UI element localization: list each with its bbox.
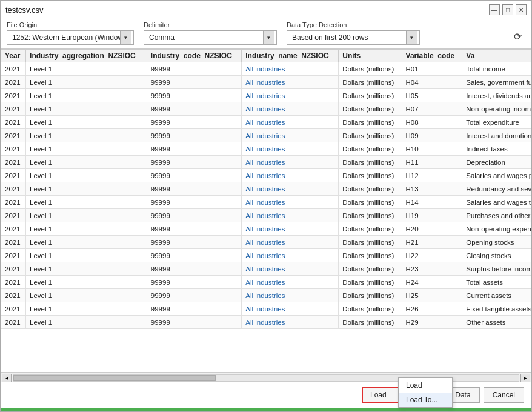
window-title: testcsv.csv xyxy=(5,5,44,15)
table-cell: All industries xyxy=(242,156,339,169)
cell-link[interactable]: All industries xyxy=(245,172,285,179)
load-dropdown-popup: Load Load To... xyxy=(398,377,453,408)
table-cell: H22 xyxy=(402,249,462,262)
table-cell: 99999 xyxy=(147,249,241,262)
cell-link[interactable]: All industries xyxy=(245,252,285,259)
table-cell: 99999 xyxy=(147,89,241,102)
cell-link[interactable]: All industries xyxy=(245,292,285,299)
file-origin-group: File Origin 1252: Western European (Wind… xyxy=(7,21,134,45)
data-table: Year Industry_aggregation_NZSIOC Industr… xyxy=(1,49,531,329)
cell-link[interactable]: All industries xyxy=(245,225,285,233)
table-cell: Surplus before incom xyxy=(462,262,531,276)
cell-link[interactable]: All industries xyxy=(245,119,285,126)
table-cell: Dollars (millions) xyxy=(339,89,402,102)
cell-link[interactable]: All industries xyxy=(245,305,285,313)
file-origin-value: 1252: Western European (Windows) xyxy=(10,33,120,42)
table-cell: Salaries and wages pa xyxy=(462,169,531,182)
table-header-row: Year Industry_aggregation_NZSIOC Industr… xyxy=(1,50,532,62)
minimize-button[interactable]: — xyxy=(489,4,500,15)
cell-link[interactable]: All industries xyxy=(245,145,285,153)
table-cell: H11 xyxy=(402,156,462,169)
cell-link[interactable]: All industries xyxy=(245,105,285,113)
file-origin-dropdown[interactable]: 1252: Western European (Windows) ▾ xyxy=(7,30,134,45)
table-cell: All industries xyxy=(242,249,339,262)
cell-link[interactable]: All industries xyxy=(245,132,285,139)
table-cell: 2021 xyxy=(1,289,26,302)
cell-link[interactable]: All industries xyxy=(245,65,285,73)
table-cell: 99999 xyxy=(147,182,241,196)
refresh-icon[interactable]: ⟳ xyxy=(510,30,525,44)
table-cell: 99999 xyxy=(147,116,241,129)
cell-link[interactable]: All industries xyxy=(245,265,285,273)
table-cell: H20 xyxy=(402,222,462,236)
datatype-arrow: ▾ xyxy=(406,31,417,44)
table-row: 2021Level 199999All industriesDollars (m… xyxy=(1,196,532,209)
table-cell: Dollars (millions) xyxy=(339,276,402,289)
table-cell: Level 1 xyxy=(26,249,147,262)
table-row: 2021Level 199999All industriesDollars (m… xyxy=(1,222,532,236)
table-cell: 99999 xyxy=(147,102,241,116)
table-cell: 2021 xyxy=(1,89,26,102)
cell-link[interactable]: All industries xyxy=(245,239,285,246)
table-cell: 99999 xyxy=(147,302,241,316)
table-cell: 2021 xyxy=(1,129,26,142)
scroll-thumb[interactable] xyxy=(13,375,216,381)
table-cell: Total assets xyxy=(462,276,531,289)
table-cell: H09 xyxy=(402,129,462,142)
cell-link[interactable]: All industries xyxy=(245,279,285,286)
table-cell: All industries xyxy=(242,62,339,76)
maximize-button[interactable]: □ xyxy=(502,4,513,15)
table-row: 2021Level 199999All industriesDollars (m… xyxy=(1,302,532,316)
table-cell: H08 xyxy=(402,116,462,129)
table-cell: Salaries and wages to xyxy=(462,196,531,209)
col-units: Units xyxy=(339,50,402,62)
table-cell: Level 1 xyxy=(26,276,147,289)
cell-link[interactable]: All industries xyxy=(245,212,285,219)
popup-load-to-item[interactable]: Load To... xyxy=(399,393,452,407)
load-button[interactable]: Load xyxy=(363,388,394,402)
table-cell: 2021 xyxy=(1,156,26,169)
cell-link[interactable]: All industries xyxy=(245,319,285,326)
table-cell: Closing stocks xyxy=(462,249,531,262)
table-cell: 2021 xyxy=(1,182,26,196)
datatype-dropdown[interactable]: Based on first 200 rows ▾ xyxy=(287,30,420,45)
cell-link[interactable]: All industries xyxy=(245,199,285,206)
table-cell: 99999 xyxy=(147,222,241,236)
scroll-right-arrow[interactable]: ▸ xyxy=(520,374,530,382)
table-cell: H14 xyxy=(402,196,462,209)
table-cell: H21 xyxy=(402,236,462,249)
table-cell: Dollars (millions) xyxy=(339,182,402,196)
cell-link[interactable]: All industries xyxy=(245,92,285,99)
col-va: Va xyxy=(462,50,531,62)
table-cell: H13 xyxy=(402,182,462,196)
scroll-left-arrow[interactable]: ◂ xyxy=(2,374,12,382)
table-row: 2021Level 199999All industriesDollars (m… xyxy=(1,236,532,249)
table-cell: 99999 xyxy=(147,156,241,169)
table-cell: 2021 xyxy=(1,302,26,316)
table-cell: Level 1 xyxy=(26,142,147,156)
table-cell: All industries xyxy=(242,76,339,89)
table-cell: 99999 xyxy=(147,169,241,182)
table-cell: Level 1 xyxy=(26,102,147,116)
table-cell: 2021 xyxy=(1,169,26,182)
table-cell: Dollars (millions) xyxy=(339,129,402,142)
delimiter-group: Delimiter Comma ▾ xyxy=(144,21,277,45)
cell-link[interactable]: All industries xyxy=(245,185,285,193)
table-row: 2021Level 199999All industriesDollars (m… xyxy=(1,276,532,289)
close-button[interactable]: ✕ xyxy=(516,4,527,15)
table-cell: 2021 xyxy=(1,249,26,262)
cell-link[interactable]: All industries xyxy=(245,159,285,166)
popup-load-item[interactable]: Load xyxy=(399,378,452,393)
table-cell: 2021 xyxy=(1,102,26,116)
table-cell: Dollars (millions) xyxy=(339,62,402,76)
table-cell: H24 xyxy=(402,276,462,289)
delimiter-dropdown[interactable]: Comma ▾ xyxy=(144,30,277,45)
table-cell: All industries xyxy=(242,89,339,102)
table-cell: Sales, government fu xyxy=(462,76,531,89)
table-cell: Level 1 xyxy=(26,129,147,142)
cancel-button[interactable]: Cancel xyxy=(484,387,524,403)
cell-link[interactable]: All industries xyxy=(245,79,285,86)
table-cell: 2021 xyxy=(1,236,26,249)
file-origin-label: File Origin xyxy=(7,21,134,28)
table-cell: H10 xyxy=(402,142,462,156)
